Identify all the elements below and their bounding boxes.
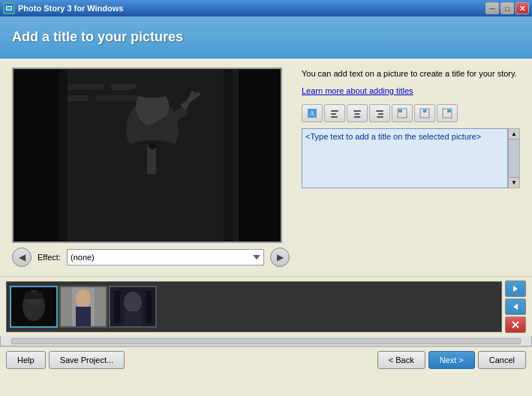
- filmstrip-thumb-2[interactable]: [59, 286, 107, 328]
- svg-point-44: [76, 290, 91, 308]
- svg-rect-41: [25, 292, 43, 299]
- title-text-input[interactable]: [302, 128, 508, 188]
- app-icon: [3, 2, 15, 14]
- filmstrip-forward-button[interactable]: [505, 280, 526, 297]
- effect-dropdown[interactable]: (none): [67, 249, 264, 266]
- svg-rect-45: [76, 307, 91, 326]
- svg-rect-25: [331, 116, 338, 118]
- image-nav-row: ◀ Effect: (none) ▶: [12, 248, 290, 267]
- back-button[interactable]: < Back: [377, 351, 425, 369]
- minimize-button[interactable]: ─: [485, 2, 499, 14]
- main-content: ◀ Effect: (none) ▶ You can add text on a…: [0, 58, 532, 276]
- pos-topleft-button[interactable]: [392, 104, 413, 122]
- svg-rect-26: [353, 110, 361, 112]
- image-panel: ◀ Effect: (none) ▶: [12, 68, 290, 267]
- info-description: You can add text on a picture to create …: [302, 68, 520, 80]
- align-center-button[interactable]: [347, 104, 368, 122]
- page-header: Add a title to your pictures: [0, 16, 532, 58]
- effect-bar: Effect: (none): [38, 249, 264, 266]
- svg-rect-24: [331, 113, 336, 115]
- maximize-button[interactable]: □: [500, 2, 514, 14]
- align-left-button[interactable]: [324, 104, 345, 122]
- page-title: Add a title to your pictures: [12, 29, 183, 45]
- svg-rect-31: [377, 116, 383, 118]
- filmstrip-back-button[interactable]: [505, 298, 526, 315]
- bottom-left-buttons: Help Save Project...: [6, 351, 125, 369]
- next-image-button[interactable]: ▶: [270, 248, 290, 267]
- svg-rect-33: [398, 110, 402, 112]
- filmstrip-thumb-1[interactable]: [10, 286, 58, 328]
- image-preview: [12, 68, 282, 243]
- svg-rect-37: [447, 110, 451, 112]
- font-button[interactable]: A: [302, 104, 323, 122]
- prev-image-button[interactable]: ◀: [12, 248, 32, 267]
- svg-rect-29: [376, 110, 383, 112]
- title-text-container: ▲ ▼: [302, 128, 520, 188]
- svg-rect-2: [7, 7, 11, 10]
- filmstrip-thumb-3[interactable]: [109, 286, 157, 328]
- svg-rect-35: [423, 110, 427, 112]
- svg-rect-19: [59, 69, 68, 243]
- svg-point-47: [124, 292, 142, 313]
- svg-rect-5: [66, 84, 104, 90]
- pos-topright-button[interactable]: [437, 104, 458, 122]
- effect-label: Effect:: [38, 253, 61, 262]
- svg-rect-30: [378, 113, 383, 115]
- learn-more-link[interactable]: Learn more about adding titles: [302, 86, 520, 95]
- cancel-button[interactable]: Cancel: [478, 351, 526, 369]
- photo-canvas: [14, 69, 282, 243]
- svg-marker-51: [513, 286, 518, 292]
- filmstrip-delete-button[interactable]: [505, 316, 526, 333]
- bottom-right-buttons: < Back Next > Cancel: [377, 351, 526, 369]
- filmstrip-controls: [505, 280, 526, 333]
- pos-topcenter-button[interactable]: [414, 104, 435, 122]
- svg-rect-20: [224, 69, 233, 243]
- svg-rect-48: [124, 311, 142, 326]
- align-right-button[interactable]: [369, 104, 390, 122]
- horizontal-scrollbar[interactable]: [0, 336, 532, 346]
- svg-marker-52: [513, 304, 518, 310]
- window-controls: ─ □ ✕: [485, 2, 529, 14]
- right-panel: You can add text on a picture to create …: [302, 68, 520, 267]
- svg-rect-18: [153, 202, 168, 240]
- svg-rect-12: [136, 80, 169, 94]
- svg-rect-28: [354, 116, 361, 118]
- next-button[interactable]: Next >: [428, 351, 475, 369]
- scroll-down-button[interactable]: ▼: [509, 177, 519, 188]
- title-bar: Photo Story 3 for Windows ─ □ ✕: [0, 0, 532, 16]
- filmstrip-container: [6, 281, 502, 332]
- svg-rect-23: [331, 110, 338, 112]
- svg-text:A: A: [310, 110, 314, 117]
- h-scroll-track: [11, 338, 521, 344]
- close-button[interactable]: ✕: [515, 2, 529, 14]
- svg-rect-27: [355, 113, 360, 115]
- filmstrip-section: [0, 276, 532, 336]
- bottom-bar: Help Save Project... < Back Next > Cance…: [0, 346, 532, 372]
- format-toolbar: A: [302, 104, 520, 122]
- save-project-button[interactable]: Save Project...: [49, 351, 125, 369]
- vertical-scrollbar[interactable]: ▲ ▼: [508, 128, 520, 188]
- scroll-track: [509, 140, 519, 177]
- svg-rect-50: [146, 291, 152, 322]
- svg-rect-17: [135, 202, 150, 240]
- scroll-up-button[interactable]: ▲: [509, 129, 519, 140]
- svg-rect-49: [114, 291, 120, 322]
- window-title: Photo Story 3 for Windows: [18, 4, 485, 13]
- help-button[interactable]: Help: [6, 351, 46, 369]
